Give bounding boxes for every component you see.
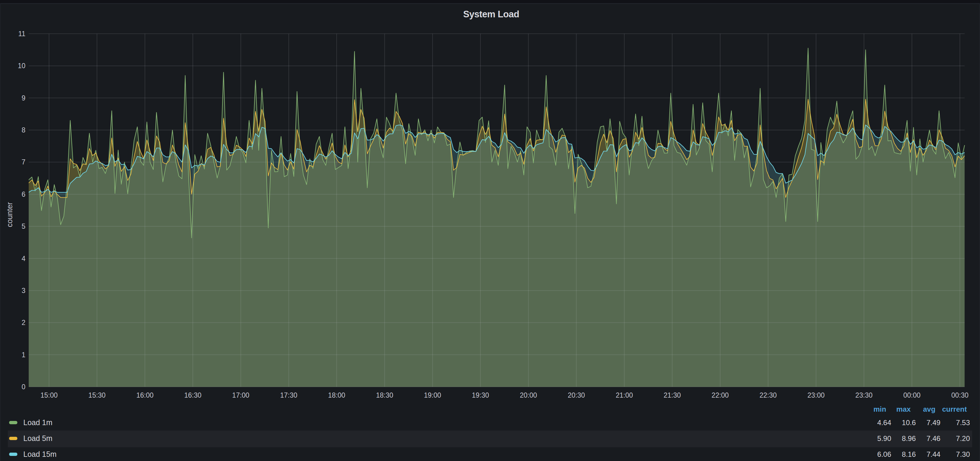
svg-text:19:00: 19:00 xyxy=(424,391,441,399)
svg-text:16:30: 16:30 xyxy=(184,391,202,399)
svg-text:20:30: 20:30 xyxy=(568,391,585,399)
svg-text:7.49: 7.49 xyxy=(926,418,940,427)
svg-text:22:00: 22:00 xyxy=(711,391,729,399)
svg-text:3: 3 xyxy=(22,287,25,294)
svg-text:17:30: 17:30 xyxy=(280,391,298,399)
svg-text:4.64: 4.64 xyxy=(877,418,891,427)
svg-text:avg: avg xyxy=(923,405,935,413)
svg-text:8.16: 8.16 xyxy=(902,450,916,458)
svg-text:4: 4 xyxy=(22,255,25,262)
svg-text:22:30: 22:30 xyxy=(759,391,777,399)
svg-text:23:00: 23:00 xyxy=(808,391,825,399)
svg-text:15:30: 15:30 xyxy=(89,391,106,399)
svg-text:6.06: 6.06 xyxy=(877,450,891,458)
svg-text:counter: counter xyxy=(5,202,14,227)
svg-text:8.96: 8.96 xyxy=(902,434,916,442)
svg-text:17:00: 17:00 xyxy=(232,391,250,399)
svg-text:1: 1 xyxy=(22,351,25,359)
svg-text:Load 15m: Load 15m xyxy=(23,450,57,458)
svg-text:0: 0 xyxy=(22,383,25,391)
svg-text:19:30: 19:30 xyxy=(472,391,489,399)
svg-text:7.20: 7.20 xyxy=(956,434,970,442)
svg-text:11: 11 xyxy=(18,30,25,38)
svg-text:7: 7 xyxy=(22,158,25,166)
svg-text:16:00: 16:00 xyxy=(136,391,154,399)
svg-text:min: min xyxy=(873,405,886,413)
svg-text:current: current xyxy=(942,405,967,413)
svg-text:7.53: 7.53 xyxy=(956,418,970,427)
svg-text:21:30: 21:30 xyxy=(664,391,681,399)
svg-text:21:00: 21:00 xyxy=(616,391,633,399)
svg-text:5.90: 5.90 xyxy=(877,434,891,442)
svg-text:15:00: 15:00 xyxy=(40,391,58,399)
svg-text:18:30: 18:30 xyxy=(376,391,393,399)
svg-text:5: 5 xyxy=(22,223,25,230)
svg-text:8: 8 xyxy=(22,126,25,134)
svg-text:00:00: 00:00 xyxy=(904,391,921,399)
svg-text:7.44: 7.44 xyxy=(926,450,940,458)
svg-text:9: 9 xyxy=(22,94,25,102)
svg-text:10.6: 10.6 xyxy=(902,418,916,427)
svg-text:20:00: 20:00 xyxy=(520,391,537,399)
svg-text:7.30: 7.30 xyxy=(956,450,970,458)
svg-text:23:30: 23:30 xyxy=(855,391,873,399)
svg-text:Load 5m: Load 5m xyxy=(23,434,52,442)
svg-text:18:00: 18:00 xyxy=(328,391,345,399)
svg-text:00:30: 00:30 xyxy=(951,391,969,399)
svg-text:10: 10 xyxy=(18,62,25,70)
svg-text:7.46: 7.46 xyxy=(926,434,940,442)
svg-text:max: max xyxy=(896,405,911,413)
svg-text:System Load: System Load xyxy=(463,9,519,19)
svg-text:2: 2 xyxy=(22,319,25,326)
svg-text:6: 6 xyxy=(22,191,25,198)
svg-text:Load 1m: Load 1m xyxy=(23,418,52,427)
